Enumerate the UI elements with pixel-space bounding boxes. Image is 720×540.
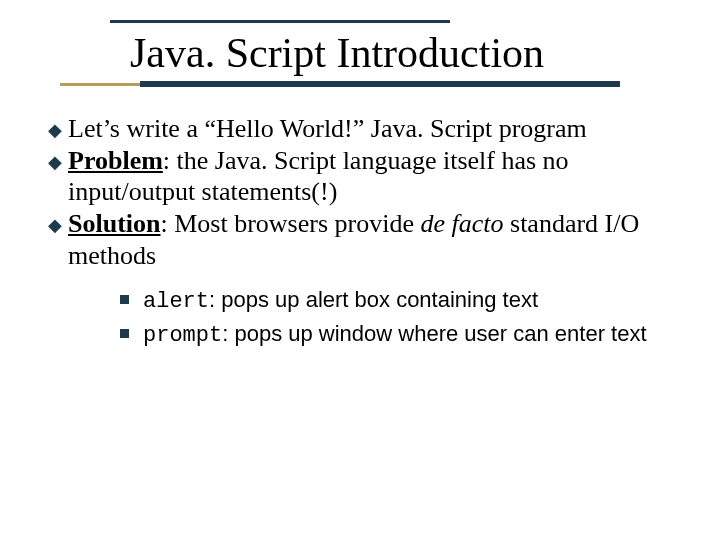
slide-title: Java. Script Introduction [130,29,680,77]
sub-list: alert: pops up alert box containing text… [120,286,670,351]
sub-bullet-text: alert: pops up alert box containing text [143,286,670,317]
bullet-item: ◆ Solution: Most browsers provide de fac… [48,208,670,271]
top-divider [110,20,450,23]
sub-bullet-item: alert: pops up alert box containing text [120,286,670,317]
bullet-item: ◆ Let’s write a “Hello World!” Java. Scr… [48,113,670,145]
bullet-text: Solution: Most browsers provide de facto… [68,208,670,271]
diamond-icon: ◆ [48,215,62,237]
sub-bullet-item: prompt: pops up window where user can en… [120,320,670,351]
bullet-text: Problem: the Java. Script language itsel… [68,145,670,208]
title-area: Java. Script Introduction [0,0,720,87]
sub-bullet-text: prompt: pops up window where user can en… [143,320,670,351]
underline-accent [60,83,140,86]
underline-main [140,81,620,87]
title-underline [60,81,680,87]
content-area: ◆ Let’s write a “Hello World!” Java. Scr… [0,87,720,351]
bullet-text: Let’s write a “Hello World!” Java. Scrip… [68,113,670,145]
bullet-item: ◆ Problem: the Java. Script language its… [48,145,670,208]
square-icon [120,329,129,338]
diamond-icon: ◆ [48,120,62,142]
diamond-icon: ◆ [48,152,62,174]
square-icon [120,295,129,304]
